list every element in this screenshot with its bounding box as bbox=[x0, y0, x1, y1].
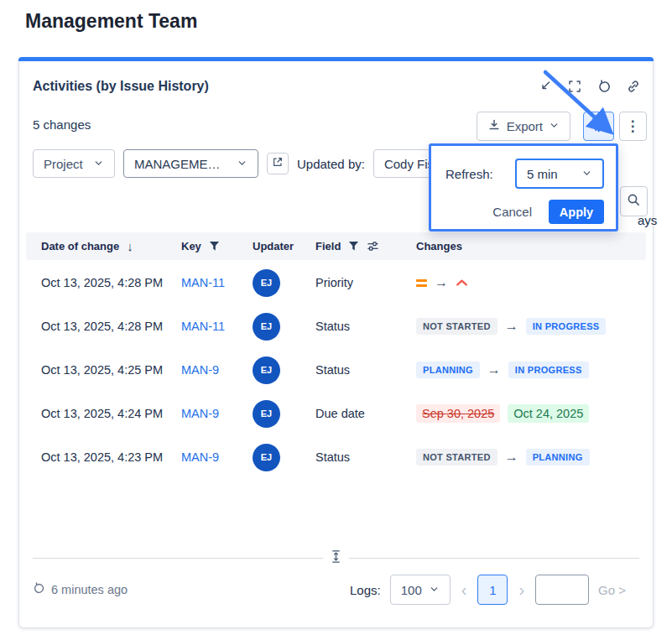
row-date: Oct 13, 2025, 4:24 PM bbox=[41, 407, 181, 420]
table-row[interactable]: Oct 13, 2025, 4:23 PM MAN-9 EJ Status NO… bbox=[26, 435, 646, 479]
col-changes: Changes bbox=[416, 240, 646, 252]
row-changes: → bbox=[416, 275, 646, 290]
refresh-settings-popup: Refresh: 5 min Cancel Apply bbox=[429, 143, 618, 232]
settings-gear-button[interactable]: ⚙ bbox=[583, 112, 614, 141]
filter-funnel-icon[interactable] bbox=[348, 241, 359, 252]
export-label: Export bbox=[507, 119, 543, 133]
col-date-label: Date of change bbox=[41, 240, 119, 252]
old-date-chip: Sep 30, 2025 bbox=[416, 404, 500, 423]
table-body: Oct 13, 2025, 4:28 PM MAN-11 EJ Priority… bbox=[26, 261, 646, 479]
filters-row: Project MANAGEME… Updated by: Cody Fis bbox=[33, 149, 474, 178]
panel-corner-icons bbox=[538, 79, 641, 94]
prev-page-button[interactable]: ‹ bbox=[460, 580, 469, 600]
pagination: Logs: 100 ‹ 1 › Go > bbox=[350, 575, 626, 605]
updater-avatar: EJ bbox=[253, 356, 280, 384]
more-options-button[interactable]: ⋮ bbox=[619, 112, 647, 141]
resize-handle-icon[interactable] bbox=[330, 549, 342, 567]
refresh-label: Refresh: bbox=[445, 167, 493, 181]
updated-by-value: Cody Fis bbox=[384, 157, 434, 171]
row-date: Oct 13, 2025, 4:23 PM bbox=[41, 450, 181, 464]
status-badge: NOT STARTED bbox=[416, 318, 497, 335]
table-row[interactable]: Oct 13, 2025, 4:28 PM MAN-11 EJ Priority… bbox=[26, 261, 646, 304]
external-link-icon bbox=[272, 156, 284, 171]
export-button[interactable]: Export bbox=[477, 112, 570, 141]
panel-toolbar: Export ⚙ ⋮ bbox=[477, 112, 647, 141]
issue-key-link[interactable]: MAN-11 bbox=[181, 276, 225, 289]
arrow-right-icon: → bbox=[435, 275, 448, 290]
logs-per-page-dropdown[interactable]: 100 bbox=[390, 575, 451, 605]
screen: Management Team Activities (by Issue His… bbox=[0, 0, 672, 640]
arrow-right-icon: → bbox=[505, 319, 518, 334]
col-key: Key bbox=[181, 240, 253, 252]
resize-divider bbox=[33, 549, 639, 567]
open-in-new-button[interactable] bbox=[267, 153, 289, 174]
panel-footer: 6 minutes ago Logs: 100 ‹ 1 › Go > bbox=[33, 573, 633, 606]
table-row[interactable]: Oct 13, 2025, 4:28 PM MAN-11 EJ Status N… bbox=[26, 304, 646, 348]
collapse-icon[interactable] bbox=[538, 79, 553, 94]
row-date: Oct 13, 2025, 4:25 PM bbox=[41, 363, 181, 377]
status-badge: IN PROGRESS bbox=[526, 318, 607, 335]
goto-page-button[interactable]: Go > bbox=[598, 583, 626, 597]
row-changes: Sep 30, 2025 Oct 24, 2025 bbox=[416, 404, 646, 423]
chevron-down-icon bbox=[237, 157, 247, 171]
status-badge: IN PROGRESS bbox=[508, 362, 589, 378]
project-filter-dropdown[interactable]: Project bbox=[33, 149, 115, 178]
row-changes: NOT STARTED → IN PROGRESS bbox=[416, 318, 646, 335]
refresh-interval-dropdown[interactable]: 5 min bbox=[515, 159, 604, 189]
col-key-label: Key bbox=[181, 240, 201, 252]
goto-page-input[interactable] bbox=[535, 575, 589, 605]
issue-key-link[interactable]: MAN-9 bbox=[181, 407, 219, 420]
table-row[interactable]: Oct 13, 2025, 4:25 PM MAN-9 EJ Status PL… bbox=[26, 348, 646, 392]
project-filter-label: Project bbox=[44, 157, 83, 171]
changes-count: 5 changes bbox=[33, 117, 91, 132]
apply-button[interactable]: Apply bbox=[549, 200, 604, 224]
chevron-down-icon bbox=[93, 157, 104, 171]
col-date-of-change: Date of change ↓ bbox=[41, 239, 181, 253]
link-icon[interactable] bbox=[626, 79, 641, 94]
table-row[interactable]: Oct 13, 2025, 4:24 PM MAN-9 EJ Due date … bbox=[26, 392, 646, 435]
row-date: Oct 13, 2025, 4:28 PM bbox=[41, 276, 181, 289]
table-header: Date of change ↓ Key Updater Field Chang… bbox=[26, 232, 646, 260]
filter-funnel-icon[interactable] bbox=[209, 241, 220, 252]
arrow-right-icon: → bbox=[505, 450, 518, 465]
new-date-chip: Oct 24, 2025 bbox=[508, 404, 589, 423]
updater-avatar: EJ bbox=[253, 269, 280, 297]
last-refreshed-text: 6 minutes ago bbox=[51, 583, 128, 596]
kebab-icon: ⋮ bbox=[626, 117, 641, 135]
panel-accent-bar bbox=[18, 57, 654, 61]
refresh-icon[interactable] bbox=[596, 79, 612, 94]
chevron-down-icon bbox=[549, 119, 560, 133]
status-badge: NOT STARTED bbox=[416, 449, 497, 466]
fullscreen-icon[interactable] bbox=[567, 79, 582, 94]
arrow-right-icon: → bbox=[487, 362, 501, 377]
issue-key-link[interactable]: MAN-9 bbox=[181, 450, 219, 464]
sort-desc-icon[interactable]: ↓ bbox=[127, 239, 133, 253]
updater-avatar: EJ bbox=[253, 400, 280, 428]
search-button[interactable] bbox=[620, 186, 648, 216]
row-field: Priority bbox=[315, 276, 416, 289]
logs-value: 100 bbox=[401, 583, 422, 597]
col-field: Field bbox=[315, 240, 416, 252]
issue-key-link[interactable]: MAN-11 bbox=[181, 320, 225, 333]
current-page-button[interactable]: 1 bbox=[477, 575, 508, 605]
issue-key-link[interactable]: MAN-9 bbox=[181, 363, 219, 377]
col-updater: Updater bbox=[253, 240, 315, 252]
next-page-button[interactable]: › bbox=[517, 580, 526, 600]
panel-title: Activities (by Issue History) bbox=[33, 79, 209, 94]
refresh-small-icon[interactable] bbox=[33, 582, 45, 597]
logs-label: Logs: bbox=[350, 583, 381, 597]
gear-icon: ⚙ bbox=[591, 117, 606, 136]
updated-by-label: Updated by: bbox=[297, 157, 365, 171]
project-value-dropdown[interactable]: MANAGEME… bbox=[123, 149, 258, 178]
chevron-down-icon bbox=[429, 583, 440, 597]
row-date: Oct 13, 2025, 4:28 PM bbox=[41, 320, 181, 333]
row-field: Status bbox=[315, 363, 416, 377]
col-updater-label: Updater bbox=[253, 240, 294, 252]
col-changes-label: Changes bbox=[416, 240, 462, 252]
column-settings-icon[interactable] bbox=[367, 240, 379, 252]
project-value-label: MANAGEME… bbox=[134, 157, 221, 171]
cancel-button[interactable]: Cancel bbox=[492, 205, 532, 219]
download-icon bbox=[487, 118, 501, 134]
last-refreshed: 6 minutes ago bbox=[33, 582, 128, 597]
high-priority-icon bbox=[456, 278, 468, 288]
